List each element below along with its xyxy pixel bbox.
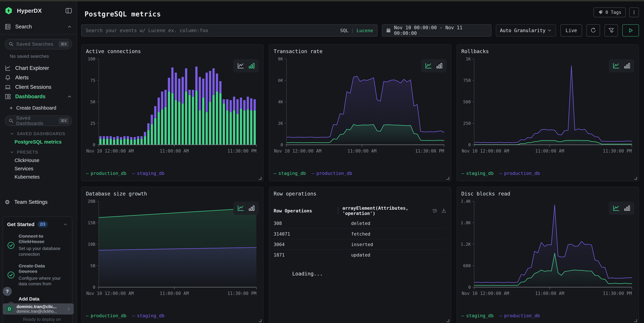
legend-item[interactable]: —production_db — [500, 171, 540, 176]
resize-handle[interactable] — [634, 177, 637, 180]
chevron-up-icon[interactable] — [63, 222, 68, 227]
legend-item[interactable]: —staging_db — [274, 171, 306, 176]
column-header[interactable]: arrayElement(Attributes, 'operation') — [342, 206, 432, 216]
resize-handle[interactable] — [446, 319, 449, 322]
sidebar-item-label: Search — [15, 24, 32, 30]
tag-icon — [598, 10, 603, 15]
refresh-button[interactable] — [586, 24, 600, 36]
tags-label: 0 Tags — [606, 10, 621, 15]
line-chart-icon[interactable] — [237, 205, 244, 212]
filter-icon — [608, 28, 614, 34]
resize-handle[interactable] — [446, 177, 449, 180]
kebab-icon — [632, 10, 636, 15]
run-query-button[interactable] — [622, 24, 639, 36]
bar-chart-icon[interactable] — [624, 62, 630, 69]
granularity-select[interactable]: Auto Granularity — [496, 24, 556, 36]
step-title: Connect to ClickHouse — [18, 234, 61, 244]
line-chart-icon[interactable] — [425, 62, 432, 69]
svg-text:5B: 5B — [90, 263, 96, 268]
chart-type-toggle[interactable] — [234, 59, 259, 72]
more-menu-button[interactable] — [629, 8, 639, 17]
sidebar-collapse-icon[interactable] — [65, 7, 72, 14]
legend-item[interactable]: —production_db — [86, 171, 126, 176]
sidebar-item-team-settings[interactable]: ⚙ Team Settings — [5, 197, 72, 207]
step-connect-clickhouse[interactable]: Connect to ClickHouse Set up your databa… — [7, 234, 68, 257]
svg-text:2K: 2K — [278, 121, 283, 126]
legend-label: staging_db — [278, 171, 306, 176]
bar-chart-icon[interactable] — [248, 62, 255, 69]
svg-text:0: 0 — [468, 142, 471, 147]
saved-dashboards-input[interactable]: Saved Dashboards ⌘K — [5, 116, 72, 126]
step-create-data-sources[interactable]: Create Data Sources Configure where your… — [7, 263, 68, 287]
svg-text:1.2K: 1.2K — [461, 242, 471, 247]
saved-dashboards-placeholder: Saved Dashboards — [16, 115, 58, 126]
create-dashboard-button[interactable]: + Create Dashboard — [10, 104, 72, 112]
download-icon[interactable] — [441, 208, 446, 214]
legend-swatch: — — [132, 313, 135, 318]
user-menu[interactable]: D dominic.tran@clic... dominic.tran@clic… — [3, 304, 74, 314]
live-label: Live — [566, 28, 577, 33]
legend-item[interactable]: —staging_db — [461, 313, 494, 318]
section-presets[interactable]: PRESETS — [10, 150, 72, 154]
line-chart-icon[interactable] — [237, 62, 244, 69]
svg-text:0: 0 — [280, 142, 283, 147]
legend-item[interactable]: —staging_db — [132, 171, 164, 176]
table-header: Row Operations arrayElement(Attributes, … — [274, 206, 446, 216]
sidebar-item-client-sessions[interactable]: Client Sessions — [5, 82, 72, 92]
progress-badge: 2/3 — [38, 221, 48, 228]
bar-chart-icon[interactable] — [248, 205, 255, 212]
legend-item[interactable]: —production_db — [500, 313, 540, 318]
line-chart-icon[interactable] — [612, 62, 620, 69]
hyperdx-logo-icon — [5, 7, 12, 14]
column-header[interactable]: Row Operations — [274, 208, 338, 214]
step-title: Create Data Sources — [18, 263, 61, 274]
resize-handle[interactable] — [634, 319, 637, 322]
chart-type-toggle[interactable] — [234, 202, 259, 215]
section-saved-dashboards[interactable]: SAVED DASHBOARDS — [10, 132, 72, 136]
panel-rollbacks: Rollbacks 02505007501KNov 10 12:00:00 AM… — [456, 44, 639, 181]
filter-button[interactable] — [604, 24, 618, 36]
sidebar-item-alerts[interactable]: Alerts — [5, 73, 72, 82]
saved-searches-input[interactable]: Saved Searches ⌘K — [5, 39, 72, 50]
sql-toggle[interactable]: SQL — [340, 28, 348, 33]
legend-item[interactable]: —staging_db — [132, 313, 164, 318]
help-button[interactable]: ? — [3, 287, 12, 296]
bar-chart-icon[interactable] — [624, 205, 630, 212]
step-desc: Configure where your data comes from — [18, 276, 61, 287]
bar-chart-icon[interactable] — [436, 62, 443, 69]
legend-item[interactable]: —production_db — [312, 171, 352, 176]
tags-button[interactable]: 0 Tags — [594, 8, 626, 17]
window-top-strip — [0, 0, 644, 1]
cell-value: 1871 — [274, 252, 346, 258]
sidebar-item-dashboards[interactable]: Dashboards — [5, 92, 72, 101]
sidebar-item-label: Dashboards — [15, 94, 46, 100]
chart-type-toggle[interactable] — [609, 202, 634, 215]
svg-text:Nov 10 12:00:00 AM: Nov 10 12:00:00 AM — [274, 148, 321, 154]
reorder-icon[interactable] — [432, 208, 437, 214]
get-started-title: Get Started — [7, 222, 34, 227]
sidebar-item-chart-explorer[interactable]: Chart Explorer — [5, 64, 72, 73]
resize-handle[interactable] — [259, 177, 262, 180]
resize-handle[interactable] — [259, 319, 262, 322]
chart-type-toggle[interactable] — [421, 59, 446, 72]
preset-services[interactable]: Services — [14, 166, 72, 172]
dashboards-icon — [5, 94, 11, 100]
preset-label: ClickHouse — [14, 158, 40, 163]
column-resize-handle[interactable] — [338, 207, 338, 214]
sidebar-item-search[interactable]: Search — [5, 22, 72, 32]
table-row: 314071 fetched — [274, 228, 446, 239]
legend-item[interactable]: —production_db — [86, 313, 126, 318]
preset-clickhouse[interactable]: ClickHouse — [14, 158, 72, 163]
legend-item[interactable]: —staging_db — [461, 171, 494, 176]
granularity-value: Auto Granularity — [500, 28, 546, 33]
date-range-picker[interactable]: Nov 10 00:00:00 - Nov 11 00:00:00 — [382, 24, 492, 36]
preset-kubernetes[interactable]: Kubernetes — [14, 174, 72, 180]
check-circle-icon — [7, 234, 15, 257]
search-input[interactable] — [86, 28, 340, 33]
live-button[interactable]: Live — [560, 24, 582, 36]
dashboard-link-postgresql-metrics[interactable]: PostgreSQL metrics — [14, 139, 72, 145]
line-chart-icon[interactable] — [612, 205, 620, 212]
chart-type-toggle[interactable] — [609, 59, 634, 72]
lucene-toggle[interactable]: Lucene — [356, 28, 373, 33]
user-email: dominic.tran@clickho... — [16, 309, 57, 314]
